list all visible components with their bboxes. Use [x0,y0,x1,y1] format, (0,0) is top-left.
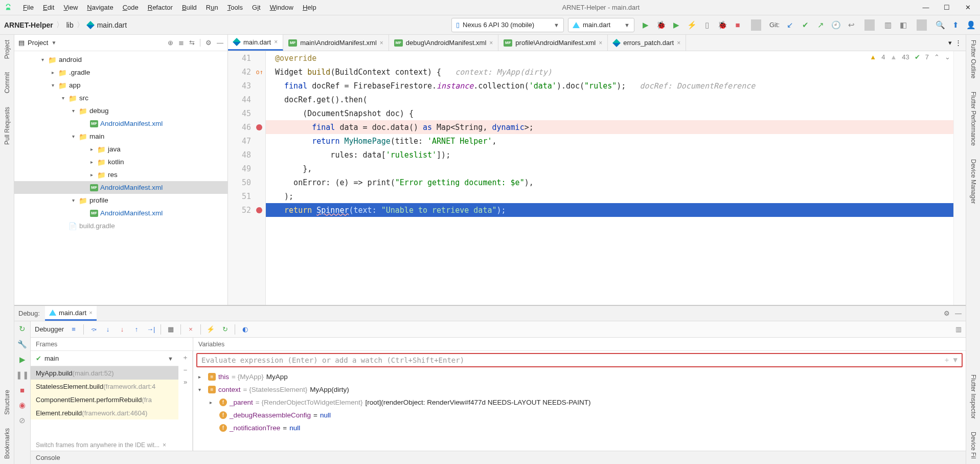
step-out-icon[interactable]: ↑ [132,325,141,333]
menu-window[interactable]: Window [265,2,298,13]
menu-view[interactable]: View [59,2,82,13]
git-rollback-icon[interactable]: ↩ [846,20,856,30]
stack-frame[interactable]: Element.rebuild (framework.dart:4604) [31,406,178,419]
tab-main-manifest[interactable]: MFmain\AndroidManifest.xml× [283,35,389,51]
stop-icon[interactable]: ■ [20,386,25,394]
side-tab-pull-requests[interactable]: Pull Requests [4,105,11,147]
tab-menu-icon[interactable]: ⋮ [955,39,962,47]
project-tree[interactable]: ▾📁android ▸📁.gradle ▾📁app ▾📁src ▾📁debug … [14,51,227,305]
thread-selector[interactable]: ✔ main ▼ [31,351,178,366]
menu-refactor[interactable]: Refactor [143,2,177,13]
tree-gradle[interactable]: .gradle [69,69,90,76]
threads-icon[interactable]: ≡ [69,325,78,333]
close-icon[interactable]: × [274,38,278,46]
hide-icon[interactable]: — [955,310,962,317]
tree-kotlin[interactable]: kotlin [108,158,124,166]
menu-build[interactable]: Build [177,2,201,13]
rerun-icon[interactable]: ↻ [19,324,26,334]
close-icon[interactable]: × [163,441,166,449]
stack-frame[interactable]: MyApp.build (main.dart:52) [31,366,178,380]
close-icon[interactable]: × [599,39,602,47]
sync-icon[interactable]: ◧ [898,20,908,30]
inspection-summary[interactable]: ▲4 ▲43 ✔7 ⌃⌄ [870,53,950,61]
up-icon[interactable]: ⌃ [934,53,940,61]
close-button[interactable]: ✕ [964,4,972,11]
collapse-all-icon[interactable]: ⇆ [189,39,195,47]
override-up-icon[interactable]: o↑ [256,69,263,76]
device-selector[interactable]: ▯ Nexus 6 API 30 (mobile) ▼ [451,18,564,32]
frames-list[interactable]: MyApp.build (main.dart:52) StatelessElem… [31,366,178,439]
more-icon[interactable]: » [184,378,187,386]
close-icon[interactable]: × [677,39,680,47]
tree-res[interactable]: res [108,171,118,179]
tree-debug[interactable]: debug [89,107,109,115]
tab-debug-manifest[interactable]: MFdebug\AndroidManifest.xml× [389,35,499,51]
breadcrumb-file[interactable]: main.dart [97,21,127,29]
tab-overflow-icon[interactable]: ▾ [948,39,952,47]
tab-profile-manifest[interactable]: MFprofile\AndroidManifest.xml× [498,35,608,51]
close-icon[interactable]: × [380,39,383,47]
modify-icon[interactable]: 🔧 [17,340,27,349]
coverage-icon[interactable]: ▶ [671,20,681,30]
expand-all-icon[interactable]: ≣ [178,39,184,47]
attach-icon[interactable]: ▯ [702,20,712,30]
menu-tools[interactable]: Tools [223,2,247,13]
side-tab-bookmarks[interactable]: Bookmarks [4,426,11,461]
breakpoint-icon[interactable] [256,124,262,130]
profile-icon[interactable]: ⚡ [687,20,697,30]
maximize-button[interactable]: ☐ [943,4,951,11]
stop-icon[interactable]: ■ [733,20,743,29]
menu-code[interactable]: Code [118,2,143,13]
run-icon[interactable]: ▶ [641,20,651,30]
stack-frame[interactable]: StatelessElement.build (framework.dart:4 [31,380,178,393]
side-tab-flutter-inspector[interactable]: Flutter Inspector [970,372,977,421]
evaluate-expression-input[interactable]: Evaluate expression (Enter) or add a wat… [196,353,963,367]
avatar-icon[interactable]: 👤 [966,20,976,30]
step-over-icon[interactable]: ⤼ [89,325,98,333]
debugger-label[interactable]: Debugger [35,325,64,333]
git-history-icon[interactable]: 🕘 [831,20,841,30]
tree-app[interactable]: app [69,81,81,89]
side-tab-flutter-performance[interactable]: Flutter Performance [970,90,977,148]
reset-frame-icon[interactable]: × [186,325,195,333]
menu-file[interactable]: File [18,2,38,13]
close-icon[interactable]: × [89,310,92,316]
select-opened-icon[interactable]: ⊕ [168,39,173,47]
tree-build-gradle[interactable]: build.gradle [79,222,115,230]
menu-help[interactable]: Help [298,2,321,13]
breadcrumb-project[interactable]: ARNET-Helper [4,21,53,29]
force-step-into-icon[interactable]: ↓ [118,325,127,333]
breakpoints-icon[interactable]: ◉ [19,401,26,410]
menu-git[interactable]: Git [247,2,265,13]
close-icon[interactable]: × [489,39,493,47]
resume-icon[interactable]: ▶ [19,355,26,364]
mute-bp-icon[interactable]: ⊘ [19,416,26,425]
evaluate-icon[interactable]: ▦ [166,325,175,333]
debug-icon[interactable]: 🐞 [656,20,666,30]
gear-icon[interactable]: ⚙ [944,310,950,317]
debug-session-tab[interactable]: main.dart × [45,306,97,321]
minimize-button[interactable]: — [922,4,930,11]
side-tab-device-manager[interactable]: Device Manager [970,157,977,206]
tree-profile[interactable]: profile [89,196,108,204]
git-commit-icon[interactable]: ✔ [800,20,810,30]
breakpoint-icon[interactable] [256,207,262,213]
editor-scrollbar[interactable] [953,51,966,305]
add-icon[interactable]: ＋ [943,356,950,365]
git-update-icon[interactable]: ↙ [785,20,795,30]
menu-navigate[interactable]: Navigate [82,2,118,13]
menu-edit[interactable]: Edit [38,2,59,13]
run-to-cursor-icon[interactable]: →| [146,325,155,333]
gear-icon[interactable]: ⚙ [206,39,212,47]
tree-profile-manifest[interactable]: AndroidManifest.xml [100,209,163,217]
side-tab-device-file[interactable]: Device Fil [970,430,977,461]
remove-watch-icon[interactable]: − [184,366,188,374]
hide-icon[interactable]: — [217,39,223,47]
tab-main-dart[interactable]: main.dart× [228,35,283,51]
tree-android[interactable]: android [59,56,82,63]
side-tab-flutter-outline[interactable]: Flutter Outline [970,38,977,80]
layout-icon[interactable]: ▥ [955,325,962,333]
devtools-icon[interactable]: ◐ [240,325,249,333]
side-tab-project[interactable]: Project [4,38,11,61]
chevron-down-icon[interactable]: ▼ [953,356,958,365]
